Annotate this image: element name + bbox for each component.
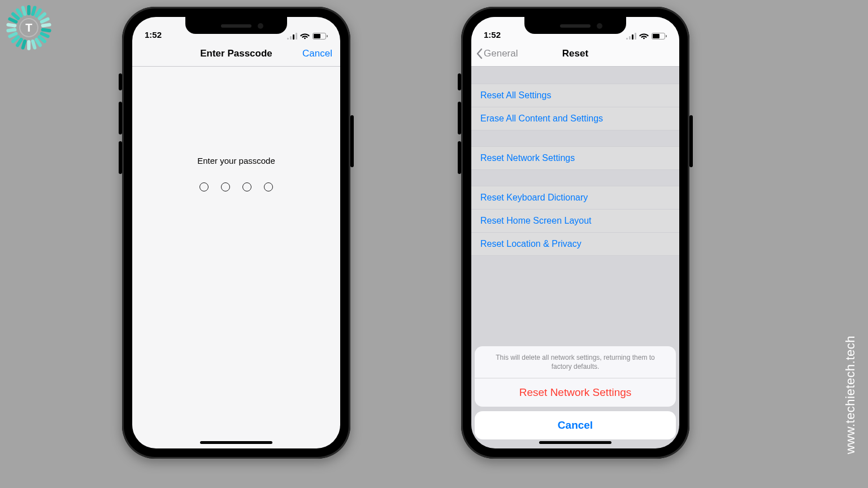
svg-rect-30 [327, 35, 328, 37]
notch [185, 17, 287, 34]
svg-rect-21 [21, 6, 27, 16]
site-logo: T [5, 3, 53, 54]
svg-rect-32 [629, 36, 631, 40]
status-time: 1:52 [484, 30, 518, 40]
svg-rect-8 [37, 34, 47, 43]
logo-letter: T [25, 21, 32, 34]
sheet-message: This will delete all network settings, r… [475, 346, 676, 378]
sheet-cancel-button[interactable]: Cancel [475, 411, 676, 439]
svg-rect-25 [290, 36, 292, 40]
svg-rect-14 [11, 34, 21, 43]
nav-bar: Enter Passcode Cancel [132, 41, 340, 67]
svg-point-23 [20, 19, 38, 37]
passcode-dot [242, 182, 251, 191]
svg-rect-12 [21, 39, 27, 50]
svg-rect-2 [34, 8, 42, 18]
site-url: www.techietech.tech [843, 336, 858, 454]
passcode-dots [199, 182, 273, 191]
svg-rect-4 [40, 17, 50, 24]
passcode-dot [264, 182, 273, 191]
cellular-icon [626, 33, 636, 40]
svg-rect-3 [37, 12, 47, 21]
svg-rect-17 [6, 23, 17, 28]
passcode-dot [221, 182, 230, 191]
svg-rect-20 [15, 8, 24, 18]
svg-rect-29 [314, 34, 320, 38]
reset-group: Reset Network Settings [471, 146, 679, 170]
wifi-icon [639, 33, 649, 40]
svg-rect-36 [653, 34, 659, 38]
reset-cell[interactable]: Erase All Content and Settings [471, 107, 679, 130]
status-icons [626, 33, 667, 40]
svg-rect-31 [626, 38, 628, 40]
svg-rect-6 [41, 28, 51, 33]
svg-rect-26 [293, 34, 294, 40]
svg-rect-9 [34, 37, 42, 47]
chevron-left-icon [476, 48, 483, 59]
status-time: 1:52 [145, 30, 179, 40]
reset-list: Reset All SettingsErase All Content and … [471, 84, 679, 256]
reset-cell[interactable]: Reset Keyboard Dictionary [471, 186, 679, 209]
wifi-icon [300, 33, 310, 40]
action-sheet: This will delete all network settings, r… [471, 343, 679, 448]
sheet-action-reset[interactable]: Reset Network Settings [475, 378, 676, 407]
svg-rect-5 [41, 23, 51, 28]
nav-title: Enter Passcode [200, 48, 272, 59]
svg-rect-7 [40, 31, 50, 38]
svg-rect-0 [27, 5, 31, 15]
reset-cell[interactable]: Reset Home Screen Layout [471, 209, 679, 232]
svg-rect-15 [7, 31, 18, 38]
svg-rect-37 [666, 35, 667, 37]
reset-group: Reset Keyboard DictionaryReset Home Scre… [471, 186, 679, 256]
svg-rect-33 [632, 34, 633, 40]
svg-rect-13 [15, 37, 24, 47]
phone-reset: 1:52 General Reset Reset All SettingsEra… [461, 7, 689, 459]
notch [524, 17, 626, 34]
passcode-dot [199, 182, 209, 191]
back-label: General [484, 48, 518, 59]
reset-cell[interactable]: Reset All Settings [471, 84, 679, 107]
cancel-button[interactable]: Cancel [302, 48, 332, 59]
svg-rect-18 [7, 17, 18, 24]
battery-icon [313, 33, 328, 40]
svg-rect-19 [11, 12, 21, 21]
svg-rect-10 [31, 39, 37, 50]
home-indicator[interactable] [200, 441, 272, 444]
svg-rect-1 [31, 6, 37, 16]
svg-rect-24 [287, 38, 289, 40]
reset-cell[interactable]: Reset Network Settings [471, 146, 679, 170]
passcode-prompt: Enter your passcode [197, 156, 275, 165]
back-button[interactable]: General [476, 48, 518, 59]
nav-bar: General Reset [471, 41, 679, 67]
svg-point-22 [20, 19, 38, 37]
cellular-icon [287, 33, 297, 40]
svg-rect-27 [296, 33, 297, 40]
home-indicator[interactable] [539, 441, 611, 444]
svg-rect-11 [27, 40, 31, 50]
reset-group: Reset All SettingsErase All Content and … [471, 84, 679, 130]
status-icons [287, 33, 328, 40]
phone-passcode: 1:52 Enter Passcode Cancel Enter your pa… [122, 7, 350, 459]
svg-rect-34 [635, 33, 636, 40]
nav-title: Reset [562, 48, 588, 59]
reset-cell[interactable]: Reset Location & Privacy [471, 232, 679, 256]
battery-icon [652, 33, 667, 40]
svg-rect-16 [6, 28, 17, 33]
